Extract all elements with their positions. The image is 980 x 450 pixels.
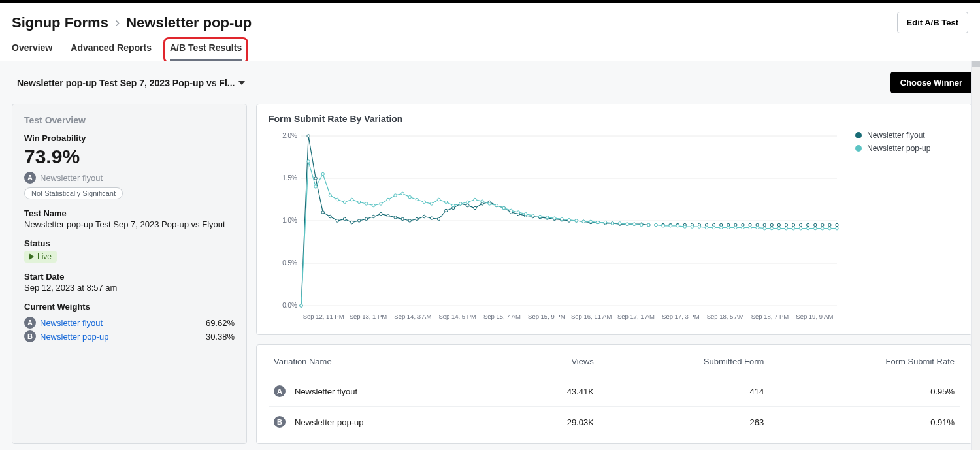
- svg-point-154: [712, 226, 715, 229]
- svg-point-128: [524, 212, 527, 215]
- chart-title: Form Submit Rate By Variation: [269, 114, 960, 124]
- scrollbar[interactable]: [971, 61, 980, 450]
- svg-point-136: [582, 220, 585, 223]
- svg-point-23: [307, 135, 310, 137]
- th-variation[interactable]: Variation Name: [269, 347, 510, 376]
- test-selector-label: Newsletter pop-up Test Sep 7, 2023 Pop-u…: [17, 78, 235, 88]
- caret-down-icon: [238, 81, 245, 85]
- breadcrumb-current: Newsletter pop-up: [126, 14, 252, 31]
- svg-point-106: [365, 202, 368, 205]
- status-badge: Live: [24, 251, 57, 263]
- legend-item[interactable]: Newsletter pop-up: [855, 144, 960, 153]
- start-date-value: Sep 12, 2023 at 8:57 am: [24, 283, 235, 293]
- svg-point-127: [517, 211, 519, 214]
- tab-overview[interactable]: Overview: [12, 42, 52, 61]
- svg-point-119: [459, 202, 462, 205]
- svg-point-102: [336, 198, 338, 201]
- row-name: Newsletter flyout: [295, 387, 357, 396]
- svg-point-86: [763, 223, 766, 226]
- svg-point-143: [633, 223, 636, 225]
- weights-label: Current Weights: [24, 302, 235, 312]
- tab-advanced-reports[interactable]: Advanced Reports: [71, 42, 152, 61]
- svg-point-112: [408, 195, 411, 198]
- chart-legend: Newsletter flyoutNewsletter pop-up: [855, 129, 960, 157]
- row-name: Newsletter pop-up: [295, 417, 364, 427]
- svg-point-37: [408, 219, 411, 222]
- svg-point-157: [734, 226, 737, 229]
- svg-point-117: [444, 201, 447, 203]
- breadcrumb-root[interactable]: Signup Forms: [12, 14, 108, 31]
- breadcrumb: Signup Forms › Newsletter pop-up: [12, 14, 252, 31]
- svg-point-141: [618, 222, 621, 225]
- svg-point-132: [553, 217, 556, 219]
- svg-point-27: [336, 219, 338, 222]
- table-row[interactable]: ANewsletter flyout43.41K4140.95%: [269, 376, 960, 407]
- weight-pct: 69.62%: [206, 318, 235, 328]
- svg-point-26: [329, 215, 331, 217]
- weight-pct: 30.38%: [206, 332, 235, 342]
- weight-link[interactable]: Newsletter pop-up: [40, 332, 109, 342]
- svg-point-153: [705, 226, 708, 229]
- svg-text:Sep 14, 5 PM: Sep 14, 5 PM: [438, 313, 476, 320]
- th-views[interactable]: Views: [510, 347, 599, 376]
- svg-point-148: [669, 225, 672, 227]
- svg-point-144: [640, 223, 643, 226]
- test-selector-dropdown[interactable]: Newsletter pop-up Test Sep 7, 2023 Pop-u…: [17, 78, 245, 88]
- svg-point-88: [777, 223, 780, 226]
- svg-point-156: [727, 226, 730, 229]
- legend-swatch: [855, 145, 862, 152]
- svg-point-45: [466, 204, 469, 206]
- th-submitted[interactable]: Submitted Form: [599, 347, 769, 376]
- test-overview-panel: Test Overview Win Probability 73.9% A Ne…: [12, 104, 247, 444]
- svg-point-100: [321, 172, 324, 175]
- svg-text:2.0%: 2.0%: [282, 132, 297, 139]
- svg-point-93: [814, 223, 817, 226]
- weight-link[interactable]: Newsletter flyout: [40, 318, 103, 328]
- svg-point-94: [821, 223, 824, 226]
- table-row[interactable]: BNewsletter pop-up29.03K2630.91%: [269, 407, 960, 438]
- chart-card: Form Submit Rate By Variation 0.0%0.5%1.…: [256, 104, 972, 335]
- svg-point-163: [777, 227, 780, 230]
- svg-point-97: [300, 304, 302, 307]
- row-badge: A: [274, 385, 286, 397]
- weight-badge: B: [24, 330, 36, 342]
- svg-point-30: [357, 219, 360, 222]
- row-views: 43.41K: [510, 376, 599, 407]
- svg-text:Sep 17, 1 AM: Sep 17, 1 AM: [617, 313, 655, 320]
- row-submits: 263: [599, 407, 769, 438]
- svg-text:Sep 18, 7 PM: Sep 18, 7 PM: [751, 313, 789, 320]
- svg-point-99: [314, 185, 317, 188]
- significance-pill: Not Statistically Significant: [24, 187, 123, 199]
- legend-item[interactable]: Newsletter flyout: [855, 131, 960, 140]
- svg-point-36: [401, 217, 404, 220]
- svg-point-145: [647, 223, 650, 226]
- svg-point-89: [785, 223, 787, 226]
- svg-point-118: [452, 204, 455, 206]
- svg-point-162: [770, 227, 773, 230]
- svg-text:Sep 18, 5 AM: Sep 18, 5 AM: [707, 313, 744, 320]
- svg-text:0.5%: 0.5%: [282, 259, 297, 266]
- svg-text:1.5%: 1.5%: [282, 174, 297, 182]
- row-rate: 0.91%: [769, 407, 960, 438]
- svg-point-140: [611, 222, 613, 225]
- svg-point-34: [387, 214, 389, 217]
- svg-point-42: [444, 209, 447, 212]
- choose-winner-button[interactable]: Choose Winner: [890, 72, 972, 93]
- svg-point-98: [307, 160, 310, 163]
- svg-point-104: [350, 198, 353, 201]
- svg-text:Sep 17, 3 PM: Sep 17, 3 PM: [662, 313, 700, 320]
- svg-point-35: [394, 216, 397, 219]
- svg-point-29: [350, 221, 353, 223]
- svg-point-33: [380, 212, 382, 215]
- svg-point-103: [343, 201, 346, 203]
- svg-point-41: [437, 217, 440, 220]
- tab-ab-test-results[interactable]: A/B Test Results: [170, 42, 242, 61]
- svg-point-150: [683, 225, 686, 228]
- svg-point-166: [799, 227, 802, 230]
- svg-point-109: [387, 198, 389, 201]
- results-table-card: Variation Name Views Submitted Form Form…: [256, 344, 972, 444]
- th-rate[interactable]: Form Submit Rate: [769, 347, 960, 376]
- svg-point-123: [488, 202, 491, 205]
- edit-ab-test-button[interactable]: Edit A/B Test: [897, 12, 968, 33]
- winner-name: Newsletter flyout: [40, 173, 103, 183]
